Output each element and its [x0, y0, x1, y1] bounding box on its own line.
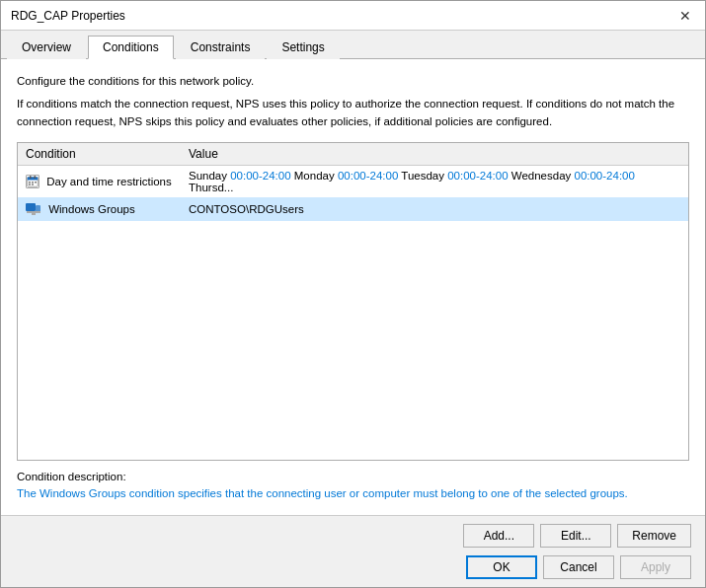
- condition-name-2: Windows Groups: [48, 203, 135, 215]
- value-text-highlight4: 00:00-24:00: [574, 170, 634, 182]
- description-line1: Configure the conditions for this networ…: [17, 73, 689, 90]
- close-button[interactable]: ✕: [675, 6, 695, 26]
- add-button[interactable]: Add...: [463, 524, 534, 548]
- col-header-condition: Condition: [18, 143, 181, 166]
- value-text-highlight2: 00:00-24:00: [338, 170, 398, 182]
- condition-cell-1: Day and time restrictions: [18, 165, 181, 197]
- footer: Add... Edit... Remove OK Cancel Apply: [1, 515, 705, 587]
- main-window: RDG_CAP Properties ✕ Overview Conditions…: [0, 0, 706, 588]
- value-text-plain3: Tuesday: [398, 170, 447, 182]
- value-cell-2: CONTOSO\RDGUsers: [181, 197, 688, 221]
- svg-rect-3: [35, 176, 37, 179]
- svg-rect-7: [29, 184, 31, 185]
- condition-description-section: Condition description: The Windows Group…: [17, 471, 689, 501]
- condition-desc-label: Condition description:: [17, 471, 689, 482]
- svg-rect-11: [27, 211, 40, 213]
- table-row[interactable]: Windows Groups CONTOSO\RDGUsers: [18, 197, 688, 221]
- value-text-plain4: Wednesday: [509, 170, 575, 182]
- value-text-plain: Sunday: [189, 170, 230, 182]
- condition-cell-2: Windows Groups: [18, 197, 181, 221]
- svg-rect-9: [26, 203, 36, 211]
- svg-rect-8: [32, 184, 34, 185]
- svg-rect-2: [30, 176, 32, 179]
- value-text-highlight: 00:00-24:00: [230, 170, 290, 182]
- tab-settings[interactable]: Settings: [267, 36, 339, 59]
- window-title: RDG_CAP Properties: [11, 9, 125, 23]
- svg-rect-5: [32, 182, 34, 184]
- calendar-icon: [26, 175, 39, 188]
- svg-rect-10: [36, 205, 40, 212]
- value-text-highlight3: 00:00-24:00: [447, 170, 508, 182]
- apply-button[interactable]: Apply: [620, 555, 691, 579]
- value-cell-1: Sunday 00:00-24:00 Monday 00:00-24:00 Tu…: [181, 165, 688, 197]
- svg-rect-4: [29, 182, 31, 184]
- condition-desc-value: The Windows Groups condition specifies t…: [17, 485, 689, 501]
- tab-conditions[interactable]: Conditions: [88, 36, 174, 59]
- group-icon: [26, 201, 41, 217]
- conditions-table-container[interactable]: Condition Value: [17, 142, 689, 461]
- conditions-table: Condition Value: [18, 143, 688, 221]
- tab-overview[interactable]: Overview: [7, 36, 86, 59]
- col-header-value: Value: [181, 143, 688, 166]
- table-row[interactable]: Day and time restrictions Sunday 00:00-2…: [18, 165, 688, 197]
- svg-rect-12: [32, 213, 36, 215]
- tab-content: Configure the conditions for this networ…: [1, 59, 705, 515]
- ok-button[interactable]: OK: [466, 555, 537, 579]
- tab-bar: Overview Conditions Constraints Settings: [1, 31, 705, 59]
- dialog-buttons: OK Cancel Apply: [15, 555, 691, 579]
- value-text-plain2: Monday: [291, 170, 338, 182]
- description-line2: If conditions match the connection reque…: [17, 96, 689, 130]
- value-text-plain5: Thursd...: [189, 182, 233, 193]
- condition-name-1: Day and time restrictions: [46, 176, 172, 187]
- edit-button[interactable]: Edit...: [540, 524, 611, 548]
- remove-button[interactable]: Remove: [617, 524, 691, 548]
- title-bar: RDG_CAP Properties ✕: [1, 1, 705, 31]
- tab-constraints[interactable]: Constraints: [176, 36, 266, 59]
- svg-rect-1: [28, 177, 39, 180]
- action-buttons: Add... Edit... Remove: [15, 524, 691, 548]
- cancel-button[interactable]: Cancel: [543, 555, 614, 579]
- svg-rect-6: [35, 182, 37, 184]
